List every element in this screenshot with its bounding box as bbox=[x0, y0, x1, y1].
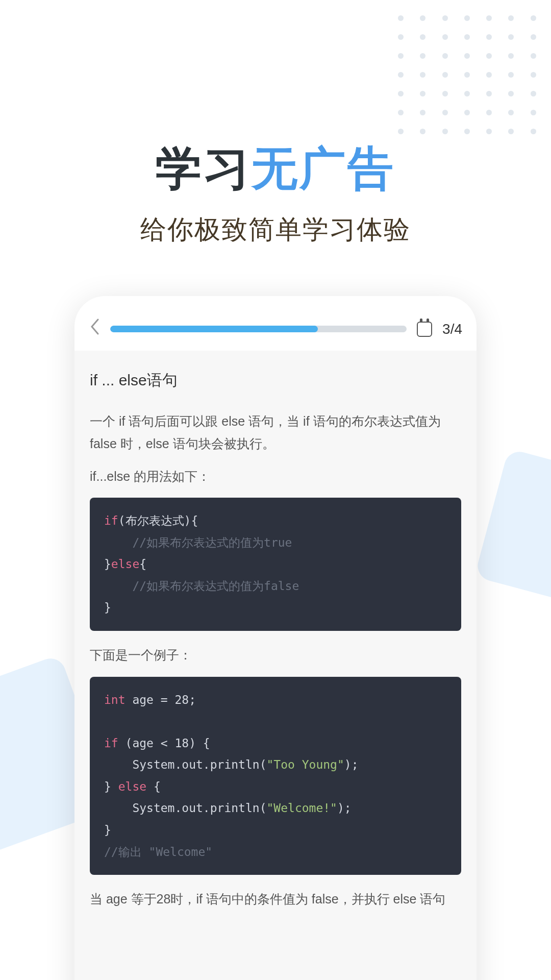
code-block-syntax: if(布尔表达式){ //如果布尔表达式的值为true }else{ //如果布… bbox=[90, 498, 461, 631]
decorative-shape-right bbox=[474, 449, 551, 603]
top-bar: 3/4 bbox=[74, 311, 477, 351]
lesson-paragraph: 当 age 等于28时，if 语句中的条件值为 false，并执行 else 语… bbox=[90, 888, 461, 911]
lesson-heading: if ... else语句 bbox=[90, 370, 461, 391]
phone-mockup: 3/4 if ... else语句 一个 if 语句后面可以跟 else 语句，… bbox=[74, 296, 477, 980]
lesson-paragraph: if...else 的用法如下： bbox=[90, 465, 461, 488]
hero-subtitle: 给你极致简单学习体验 bbox=[0, 212, 551, 248]
lesson-paragraph: 下面是一个例子： bbox=[90, 644, 461, 667]
calendar-icon[interactable] bbox=[417, 322, 432, 337]
lesson-content[interactable]: if ... else语句 一个 if 语句后面可以跟 else 语句，当 if… bbox=[74, 351, 477, 980]
chevron-left-icon bbox=[89, 317, 100, 336]
progress-fill bbox=[110, 326, 318, 332]
hero-title: 学习无广告 bbox=[0, 138, 551, 200]
lesson-paragraph: 一个 if 语句后面可以跟 else 语句，当 if 语句的布尔表达式值为 fa… bbox=[90, 410, 461, 455]
code-block-example: int age = 28; if (age < 18) { System.out… bbox=[90, 677, 461, 875]
hero-section: 学习无广告 给你极致简单学习体验 bbox=[0, 0, 551, 248]
hero-title-part2: 无广告 bbox=[252, 143, 395, 194]
page-counter: 3/4 bbox=[442, 321, 462, 337]
progress-bar bbox=[110, 326, 407, 332]
back-button[interactable] bbox=[89, 317, 100, 340]
hero-title-part1: 学习 bbox=[156, 143, 252, 194]
